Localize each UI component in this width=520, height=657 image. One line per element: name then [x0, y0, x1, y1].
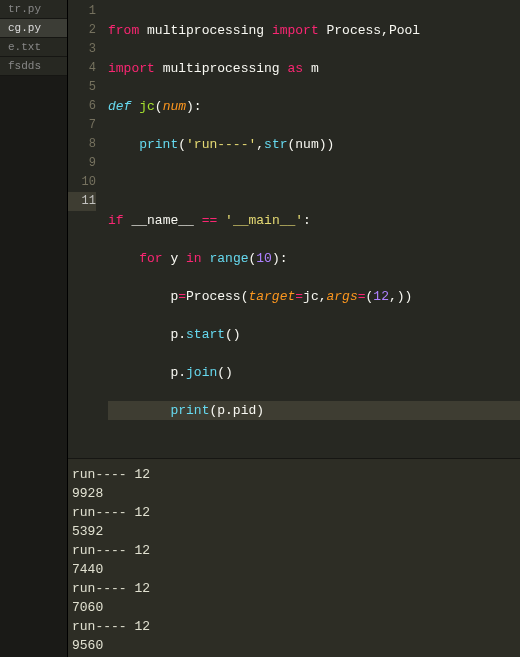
- code-line[interactable]: if __name__ == '__main__':: [108, 211, 520, 230]
- line-gutter: 1 2 3 4 5 6 7 8 9 10 11: [68, 0, 108, 458]
- line-number: 2: [68, 21, 96, 40]
- code-line[interactable]: [108, 173, 520, 192]
- code-line[interactable]: print(p.pid): [108, 401, 520, 420]
- code-line[interactable]: def jc(num):: [108, 97, 520, 116]
- tab-cg-py[interactable]: cg.py: [0, 19, 67, 38]
- line-number: 7: [68, 116, 96, 135]
- code-line[interactable]: p.start(): [108, 325, 520, 344]
- line-number: 6: [68, 97, 96, 116]
- code-line[interactable]: p=Process(target=jc,args=(12,)): [108, 287, 520, 306]
- code-area[interactable]: from multiprocessing import Process,Pool…: [108, 0, 520, 458]
- line-number: 9: [68, 154, 96, 173]
- tab-tr-py[interactable]: tr.py: [0, 0, 67, 19]
- code-editor[interactable]: 1 2 3 4 5 6 7 8 9 10 11 from multiproces…: [68, 0, 520, 458]
- main-pane: 1 2 3 4 5 6 7 8 9 10 11 from multiproces…: [68, 0, 520, 657]
- line-number: 1: [68, 2, 96, 21]
- code-line[interactable]: p.join(): [108, 363, 520, 382]
- line-number: 3: [68, 40, 96, 59]
- code-line[interactable]: print('run----',str(num)): [108, 135, 520, 154]
- line-number: 8: [68, 135, 96, 154]
- code-line[interactable]: import multiprocessing as m: [108, 59, 520, 78]
- line-number: 4: [68, 59, 96, 78]
- code-line[interactable]: from multiprocessing import Process,Pool: [108, 21, 520, 40]
- line-number: 10: [68, 173, 96, 192]
- line-number: 5: [68, 78, 96, 97]
- build-output[interactable]: run---- 12 9928 run---- 12 5392 run---- …: [68, 458, 520, 657]
- code-line[interactable]: for y in range(10):: [108, 249, 520, 268]
- tab-fsdds[interactable]: fsdds: [0, 57, 67, 76]
- tabs-sidebar: tr.py cg.py e.txt fsdds: [0, 0, 68, 657]
- line-number: 11: [68, 192, 96, 211]
- tab-e-txt[interactable]: e.txt: [0, 38, 67, 57]
